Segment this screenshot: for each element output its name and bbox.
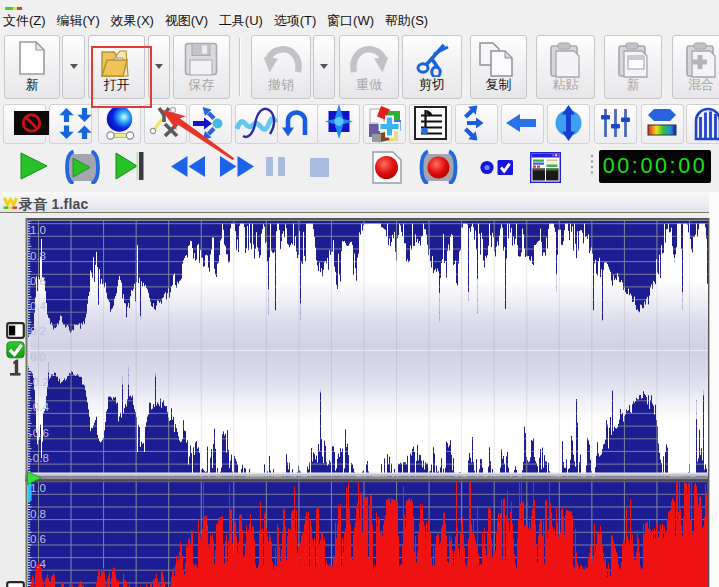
svg-text:0.8: 0.8 — [30, 250, 46, 262]
svg-text:0.4: 0.4 — [30, 300, 47, 312]
svg-text:0.4: 0.4 — [30, 558, 47, 570]
svg-text:-0.2: -0.2 — [29, 376, 49, 388]
svg-text:0.0: 0.0 — [30, 351, 46, 363]
svg-text:0.8: 0.8 — [30, 508, 46, 520]
svg-text:-0.4: -0.4 — [29, 401, 49, 413]
svg-text:-0.6: -0.6 — [29, 427, 49, 439]
svg-text:0.6: 0.6 — [30, 275, 46, 287]
svg-text:0.2: 0.2 — [30, 325, 46, 337]
svg-text:0.6: 0.6 — [30, 533, 46, 545]
svg-text:1.0: 1.0 — [30, 482, 46, 494]
svg-text:-0.8: -0.8 — [29, 452, 49, 464]
svg-text:1.0: 1.0 — [30, 224, 46, 236]
